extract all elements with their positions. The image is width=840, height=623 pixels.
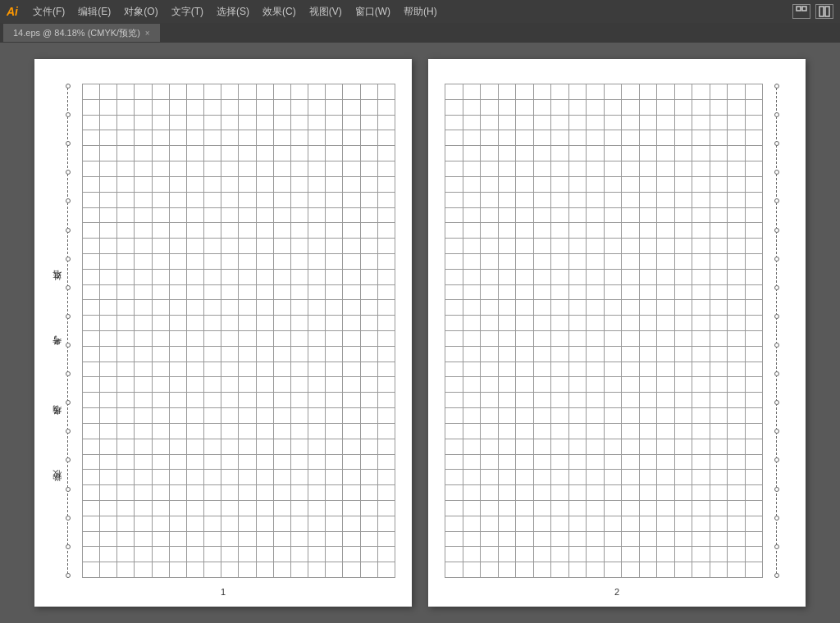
table-row xyxy=(83,423,395,439)
grid-cell xyxy=(169,146,186,161)
arrange-icon[interactable] xyxy=(815,4,833,19)
grid-cell xyxy=(445,300,463,316)
grid-cell xyxy=(639,562,657,578)
grid-cell xyxy=(239,531,256,547)
grid-cell xyxy=(516,253,534,269)
grid-cell xyxy=(117,115,135,130)
grid-cell xyxy=(516,192,534,207)
grid-cell xyxy=(568,115,587,130)
grid-cell xyxy=(604,562,622,578)
grid-cell xyxy=(481,146,499,161)
grid-cell xyxy=(204,84,221,100)
grid-cell xyxy=(551,269,569,284)
grid-cell xyxy=(745,393,763,408)
table-row xyxy=(83,192,395,207)
grid-cell xyxy=(256,408,273,424)
menu-view[interactable]: 视图(V) xyxy=(304,3,347,20)
grid-cell xyxy=(745,130,763,146)
grid-cell xyxy=(533,239,551,254)
grid-cell xyxy=(674,470,692,485)
artboard-navigator-icon[interactable] xyxy=(792,4,810,19)
grid-cell xyxy=(745,176,763,192)
grid-cell xyxy=(360,439,377,454)
menu-object[interactable]: 对象(O) xyxy=(119,3,162,20)
grid-cell xyxy=(445,362,463,377)
grid-cell xyxy=(308,362,326,377)
grid-cell xyxy=(343,253,360,269)
grid-cell xyxy=(639,115,657,130)
grid-cell xyxy=(551,130,569,146)
grid-cell xyxy=(674,500,692,516)
grid-cell xyxy=(481,253,499,269)
tab-bar: 14.eps @ 84.18% (CMYK/预览) × xyxy=(0,23,840,43)
grid-cell xyxy=(657,223,675,239)
grid-cell xyxy=(152,161,169,177)
grid-cell xyxy=(568,393,587,408)
grid-cell xyxy=(728,500,746,516)
grid-cell xyxy=(745,346,763,362)
menu-select[interactable]: 选择(S) xyxy=(212,3,254,20)
grid-cell xyxy=(100,300,117,316)
grid-cell xyxy=(239,423,256,439)
grid-cell xyxy=(186,393,203,408)
grid-cell xyxy=(83,408,100,424)
grid-cell xyxy=(622,562,640,578)
grid-cell xyxy=(308,562,326,578)
menu-effect[interactable]: 效果(C) xyxy=(258,3,301,20)
document-tab[interactable]: 14.eps @ 84.18% (CMYK/预览) × xyxy=(3,24,160,42)
grid-cell xyxy=(692,516,710,531)
grid-cell xyxy=(533,192,551,207)
grid-cell xyxy=(568,269,587,284)
grid-cell xyxy=(343,300,360,316)
grid-cell xyxy=(186,331,203,347)
grid-cell xyxy=(204,207,221,223)
grid-cell xyxy=(445,516,463,531)
grid-cell xyxy=(152,239,169,254)
page1-label-room: 考场 xyxy=(51,420,63,423)
menu-file[interactable]: 文件(F) xyxy=(28,3,70,20)
grid-cell xyxy=(710,377,728,393)
grid-cell xyxy=(290,531,308,547)
grid-cell xyxy=(326,346,343,362)
grid-cell xyxy=(256,562,273,578)
grid-cell xyxy=(169,408,186,424)
grid-cell xyxy=(481,284,499,300)
menu-edit[interactable]: 编辑(E) xyxy=(73,3,116,20)
grid-cell xyxy=(604,161,622,177)
grid-cell xyxy=(745,439,763,454)
grid-cell xyxy=(551,562,569,578)
grid-cell xyxy=(221,346,239,362)
grid-cell xyxy=(83,454,100,470)
grid-cell xyxy=(117,439,135,454)
grid-cell xyxy=(533,207,551,223)
grid-cell xyxy=(377,223,395,239)
grid-cell xyxy=(326,547,343,562)
grid-cell xyxy=(239,192,256,207)
tab-close-button[interactable]: × xyxy=(145,29,150,38)
menu-help[interactable]: 帮助(H) xyxy=(399,3,442,20)
grid-cell xyxy=(710,331,728,347)
grid-cell xyxy=(568,207,587,223)
grid-cell xyxy=(622,146,640,161)
circle-marker xyxy=(66,516,71,521)
grid-cell xyxy=(83,239,100,254)
table-row xyxy=(83,500,395,516)
grid-cell xyxy=(745,99,763,115)
grid-cell xyxy=(169,485,186,501)
grid-cell xyxy=(360,362,377,377)
grid-cell xyxy=(273,377,290,393)
grid-cell xyxy=(308,423,326,439)
grid-cell xyxy=(745,223,763,239)
table-row xyxy=(445,362,763,377)
grid-cell xyxy=(256,316,273,331)
grid-cell xyxy=(204,516,221,531)
menu-text[interactable]: 文字(T) xyxy=(167,3,208,20)
grid-cell xyxy=(710,485,728,501)
menu-window[interactable]: 窗口(W) xyxy=(350,3,395,20)
grid-cell xyxy=(169,284,186,300)
grid-cell xyxy=(377,84,395,100)
grid-cell xyxy=(692,253,710,269)
grid-cell xyxy=(622,192,640,207)
grid-cell xyxy=(290,362,308,377)
grid-cell xyxy=(100,547,117,562)
